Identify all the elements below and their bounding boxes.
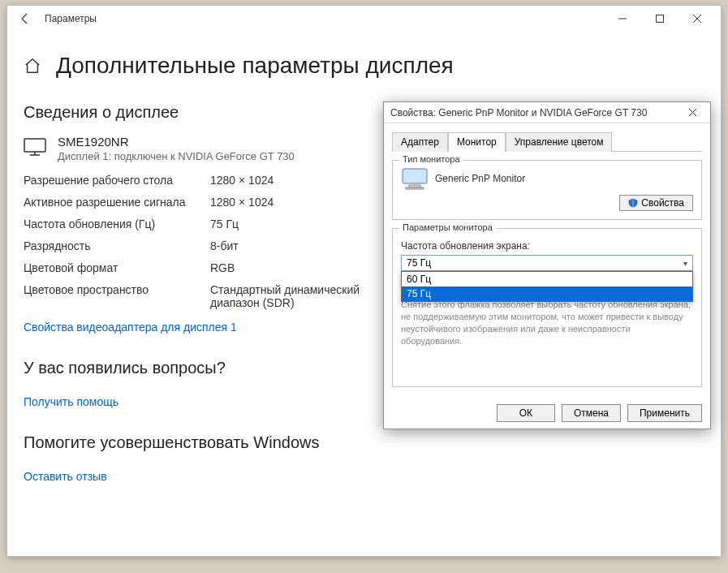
svg-rect-1 [657,15,664,23]
properties-button-label: Свойства [641,197,684,209]
header-row: Дополнительные параметры дисплея [24,53,704,79]
chevron-down-icon: ▾ [683,259,687,268]
close-icon [688,108,697,117]
refresh-rate-dropdown[interactable]: 75 Гц ▾ 60 Гц 75 Гц [401,255,693,271]
close-button[interactable] [678,6,716,32]
info-label: Разрешение рабочего стола [24,174,210,187]
maximize-button[interactable] [641,6,678,32]
dialog-tabs: Адаптер Монитор Управление цветом [392,131,702,152]
dropdown-selected: 75 Гц [407,257,431,269]
info-value: 1280 × 1024 [210,196,389,209]
info-value: 8-бит [210,239,389,252]
window-title: Параметры [45,13,97,24]
monitor-connection: Дисплей 1: подключен к NVIDIA GeForce GT… [58,150,295,162]
back-button[interactable] [12,6,38,32]
group-legend: Тип монитора [399,154,463,164]
monitor-icon [24,138,46,156]
dialog-close-button[interactable] [681,104,704,122]
feedback-link[interactable]: Оставить отзыв [24,470,107,483]
dropdown-list: 60 Гц 75 Гц [401,271,693,302]
dialog-body: Адаптер Монитор Управление цветом Тип мо… [384,123,710,387]
info-value: 75 Гц [210,218,389,230]
section-feedback-title: Помогите усовершенствовать Windows [24,433,704,452]
back-arrow-icon [19,12,32,25]
minimize-icon [618,14,627,24]
dropdown-option[interactable]: 75 Гц [402,286,692,301]
dropdown-option[interactable]: 60 Гц [402,272,692,286]
ok-button[interactable]: ОК [497,404,555,422]
hide-modes-hint: Снятие этого флажка позволяет выбрать ча… [401,299,693,347]
dialog-titlebar: Свойства: Generic PnP Monitor и NVIDIA G… [384,102,710,123]
cancel-button[interactable]: Отмена [562,404,621,422]
info-value: RGB [210,261,389,274]
info-value: Стандартный динамический диапазон (SDR) [210,283,389,309]
refresh-rate-label: Частота обновления экрана: [401,240,693,252]
dialog-button-row: ОК Отмена Применить [497,404,702,422]
get-help-link[interactable]: Получить помощь [24,395,118,408]
monitor-name: SME1920NR [58,135,295,149]
tab-color-management[interactable]: Управление цветом [506,132,613,152]
tab-adapter[interactable]: Адаптер [392,132,448,152]
close-icon [692,14,702,24]
info-label: Разрядность [24,239,210,252]
apply-button[interactable]: Применить [627,404,702,422]
monitor-params-group: Параметры монитора Частота обновления эк… [392,228,702,387]
tab-monitor[interactable]: Монитор [448,132,506,152]
page-title: Дополнительные параметры дисплея [56,53,454,79]
info-label: Цветовой формат [24,261,210,274]
svg-rect-9 [403,169,427,183]
group-legend: Параметры монитора [399,222,496,232]
monitor-type-name: Generic PnP Monitor [435,173,525,184]
home-icon[interactable] [24,57,41,75]
properties-button[interactable]: Свойства [619,195,693,211]
shield-icon [628,198,638,208]
info-label: Частота обновления (Гц) [24,218,210,230]
monitor-properties-dialog: Свойства: Generic PnP Monitor и NVIDIA G… [383,101,711,429]
svg-rect-4 [24,139,45,152]
dropdown-field[interactable]: 75 Гц ▾ [401,255,693,271]
info-label: Цветовое пространство [24,283,210,309]
monitor-type-group: Тип монитора Generic PnP Monitor Свойств… [392,160,702,220]
info-value: 1280 × 1024 [210,174,389,187]
info-label: Активное разрешение сигнала [24,196,210,209]
maximize-icon [655,14,665,24]
adapter-properties-link[interactable]: Свойства видеоадаптера для дисплея 1 [24,321,237,334]
monitor-device-icon [401,167,429,190]
dialog-title: Свойства: Generic PnP Monitor и NVIDIA G… [390,107,681,118]
titlebar: Параметры [7,6,721,32]
minimize-button[interactable] [604,6,641,32]
svg-rect-11 [406,187,424,189]
